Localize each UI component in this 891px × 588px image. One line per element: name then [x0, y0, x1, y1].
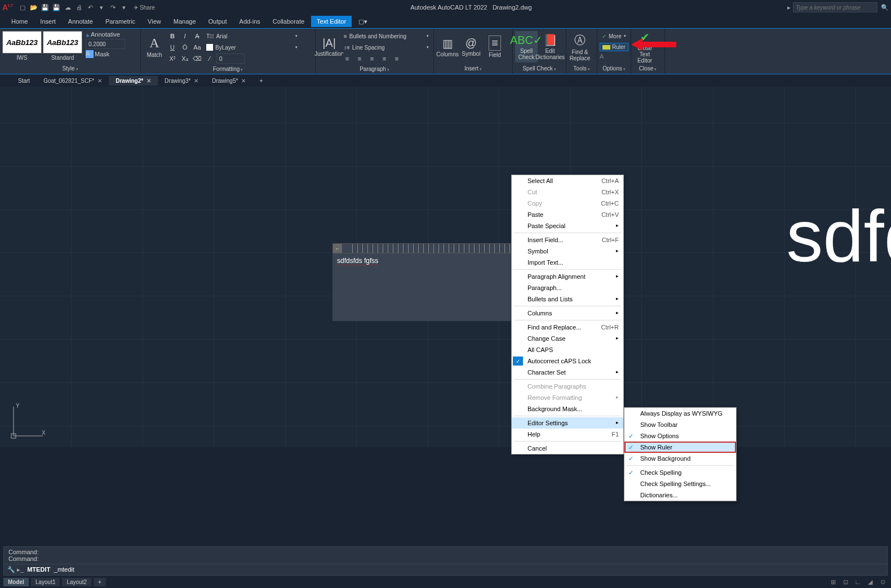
sub-check-spelling-settings[interactable]: Check Spelling Settings... — [624, 478, 736, 489]
field-button[interactable]: ≡Field — [484, 31, 506, 63]
clear-button[interactable]: ⌫ — [192, 54, 203, 64]
align-distribute-button[interactable]: ≡ — [391, 54, 402, 64]
share-button[interactable]: ✈ Share — [134, 5, 154, 11]
tab-output[interactable]: Output — [203, 16, 233, 27]
text-style-preview-standard[interactable]: AaBb123 — [43, 31, 82, 54]
more-dropdown[interactable]: ✓ More — [600, 31, 628, 41]
ctx-paragraph[interactable]: Paragraph... — [512, 282, 623, 293]
line-spacing-dropdown[interactable]: ↕≡ Line Spacing — [342, 42, 431, 52]
close-icon[interactable]: ✕ — [241, 78, 246, 84]
ribbon-minimize-icon[interactable]: ▢▾ — [353, 16, 373, 28]
strikethrough-button[interactable]: A̶ — [192, 31, 203, 41]
justification-button[interactable]: |A| Justification — [318, 31, 340, 63]
ctx-change-case[interactable]: Change Case▸ — [512, 333, 623, 344]
ctx-find-replace[interactable]: Find and Replace...Ctrl+R — [512, 322, 623, 333]
redo-icon[interactable]: ↷ — [108, 2, 118, 12]
mask-icon[interactable]: A — [86, 50, 94, 58]
spell-check-button[interactable]: ABC✓Spell Check — [515, 31, 538, 63]
search-input[interactable] — [793, 2, 877, 12]
layout-tab[interactable]: Layout1 — [31, 578, 60, 586]
sub-show-ruler[interactable]: ✓Show Ruler — [624, 442, 736, 453]
ruler-toggle-button[interactable]: Ruler — [600, 43, 628, 51]
status-icon[interactable]: ⊙ — [877, 577, 888, 587]
sub-show-background[interactable]: ✓Show Background — [624, 453, 736, 464]
ctx-paste-special[interactable]: Paste Special▸ — [512, 220, 623, 231]
tab-parametric[interactable]: Parametric — [100, 16, 141, 27]
ctx-paragraph-alignment[interactable]: Paragraph Alignment▸ — [512, 271, 623, 282]
panel-label[interactable]: Paragraph — [317, 65, 432, 73]
tab-collaborate[interactable]: Collaborate — [267, 16, 310, 27]
status-icon[interactable]: ◢ — [865, 577, 875, 587]
ctx-help[interactable]: HelpF1 — [512, 429, 623, 440]
match-button[interactable]: A Match — [143, 31, 166, 63]
layout-tab-model[interactable]: Model — [3, 578, 29, 586]
new-icon[interactable]: ▢ — [17, 2, 28, 12]
doc-tab[interactable]: Goat_062821_SCF*✕ — [37, 76, 109, 86]
saveas-icon[interactable]: 💾 — [51, 2, 61, 12]
width-factor-input[interactable] — [216, 54, 245, 64]
close-icon[interactable]: ✕ — [97, 78, 102, 84]
tab-addins[interactable]: Add-ins — [234, 16, 266, 27]
dropdown-icon[interactable]: ▾ — [96, 2, 107, 12]
new-tab-button[interactable]: + — [252, 76, 269, 86]
command-input[interactable]: 🔧 ▸_ MTEDIT _mtedit — [4, 564, 887, 575]
status-icon[interactable]: ⊞ — [828, 577, 838, 587]
ruler-corner-icon[interactable]: ⌐ — [333, 244, 342, 253]
font-dropdown[interactable]: T̲ͭ Arial — [204, 31, 300, 41]
bullets-dropdown[interactable]: ≡ Bullets and Numbering — [342, 31, 431, 41]
subscript-button[interactable]: X₂ — [179, 54, 190, 64]
doc-tab[interactable]: Drawing5*✕ — [205, 76, 252, 86]
ctx-import-text[interactable]: Import Text... — [512, 257, 623, 268]
dropdown-icon[interactable]: ▾ — [119, 2, 129, 12]
ctx-all-caps[interactable]: All CAPS — [512, 344, 623, 355]
sub-dictionaries[interactable]: Dictionaries... — [624, 489, 736, 501]
panel-label[interactable]: Tools — [568, 64, 596, 73]
align-left-button[interactable]: ≡ — [342, 54, 353, 64]
layout-tab[interactable]: Layout2 — [62, 578, 91, 586]
save-icon[interactable]: 💾 — [40, 2, 50, 12]
undo-icon[interactable]: ↶ — [85, 2, 95, 12]
uppercase-button[interactable]: Aa — [192, 42, 203, 52]
web-mobile-icon[interactable]: ☁ — [63, 2, 73, 12]
align-justify-button[interactable]: ≡ — [379, 54, 390, 64]
status-icon[interactable]: ⊡ — [840, 577, 850, 587]
ctx-symbol[interactable]: Symbol▸ — [512, 246, 623, 257]
ctx-paste[interactable]: PasteCtrl+V — [512, 209, 623, 220]
underline-button[interactable]: U — [167, 42, 178, 52]
tab-view[interactable]: View — [142, 16, 167, 27]
ctx-insert-field[interactable]: Insert Field...Ctrl+F — [512, 234, 623, 246]
superscript-button[interactable]: X² — [167, 54, 178, 64]
sub-wysiwyg[interactable]: Always Display as WYSIWYG — [624, 408, 736, 419]
ctx-select-all[interactable]: Select AllCtrl+A — [512, 175, 623, 186]
tab-text-editor[interactable]: Text Editor — [311, 16, 352, 27]
ctx-autocorrect-caps[interactable]: ✓Autocorrect cAPS Lock — [512, 355, 623, 367]
ctx-background-mask[interactable]: Background Mask... — [512, 403, 623, 415]
ctx-columns[interactable]: Columns▸ — [512, 308, 623, 319]
doc-tab-start[interactable]: Start — [11, 76, 37, 86]
sub-show-toolbar[interactable]: Show Toolbar — [624, 419, 736, 430]
panel-label[interactable]: Style — [1, 64, 139, 73]
text-height-input[interactable] — [86, 39, 125, 49]
plot-icon[interactable]: 🖨 — [74, 2, 84, 12]
align-right-button[interactable]: ≡ — [366, 54, 378, 64]
italic-button[interactable]: I — [179, 31, 190, 41]
ctx-cancel[interactable]: Cancel — [512, 443, 623, 454]
open-icon[interactable]: 📂 — [29, 2, 39, 12]
doc-tab-active[interactable]: Drawing2*✕ — [109, 76, 158, 86]
sub-check-spelling[interactable]: ✓Check Spelling — [624, 467, 736, 478]
panel-label[interactable]: Formatting — [142, 65, 314, 73]
overline-button[interactable]: Ō — [179, 42, 190, 52]
annotative-icon[interactable]: ⟁ — [86, 31, 90, 38]
sub-show-options[interactable]: ✓Show Options — [624, 430, 736, 442]
ctx-editor-settings[interactable]: Editor Settings▸ — [512, 417, 623, 429]
edit-dictionaries-button[interactable]: 📕Edit Dictionaries — [539, 31, 561, 63]
oblique-icon[interactable]: ∕ — [204, 54, 215, 64]
search-icon[interactable]: 🔍 — [881, 4, 889, 11]
tab-home[interactable]: Home — [6, 16, 33, 27]
find-replace-button[interactable]: ⒶFind & Replace — [569, 31, 591, 63]
ctx-character-set[interactable]: Character Set▸ — [512, 367, 623, 378]
bold-button[interactable]: B — [167, 31, 178, 41]
text-style-preview-iws[interactable]: AaBb123 — [2, 31, 42, 54]
color-dropdown[interactable]: ByLayer — [204, 42, 300, 52]
close-icon[interactable]: ✕ — [194, 78, 198, 84]
